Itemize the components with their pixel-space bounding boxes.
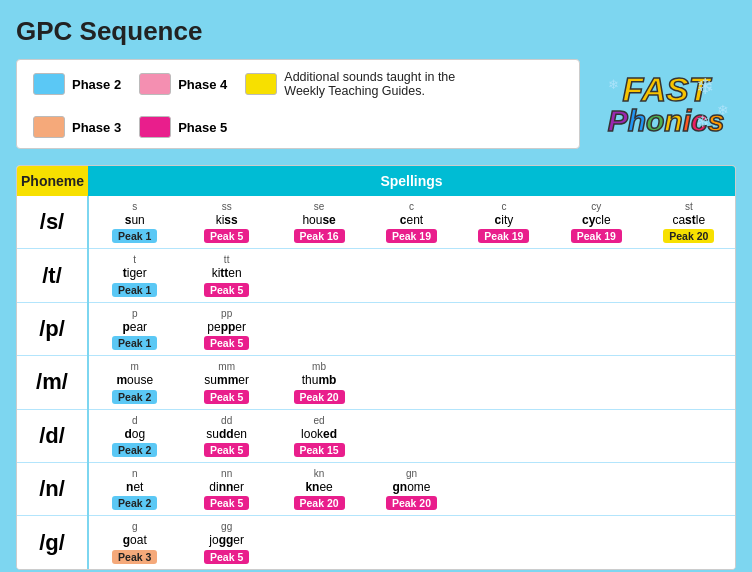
peak-badge: Peak 20 [294, 496, 345, 510]
peak-badge: Peak 5 [204, 390, 249, 404]
spell-sub: ed [276, 415, 362, 426]
table-row: /s/ssunPeak 1sskissPeak 5sehousePeak 16c… [17, 196, 735, 249]
spelling-cell: ssunPeak 1 [88, 196, 180, 249]
spelling-cell: sskissPeak 5 [180, 196, 272, 249]
snowflake-icon-2: ❄ [717, 102, 729, 118]
phoneme-col-header: Phoneme [17, 166, 88, 196]
spell-sub: t [92, 254, 177, 265]
spelling-cell: ttigerPeak 1 [88, 249, 180, 302]
peak-badge: Peak 19 [571, 229, 622, 243]
additional-label: Additional sounds taught in the Weekly T… [284, 70, 474, 98]
peak-badge: Peak 5 [204, 496, 249, 510]
spelling-cell [458, 356, 550, 409]
peak-badge: Peak 5 [204, 229, 249, 243]
spell-sub: dd [183, 415, 269, 426]
spell-sub: pp [183, 308, 269, 319]
spelling-cell [273, 249, 365, 302]
peak-badge: Peak 19 [386, 229, 437, 243]
peak-badge: Peak 3 [112, 550, 157, 564]
spelling-cell [273, 516, 365, 569]
spell-sub: mm [183, 361, 269, 372]
spelling-cell [458, 302, 550, 355]
peak-badge: Peak 15 [294, 443, 345, 457]
phoneme-cell: /d/ [17, 409, 88, 462]
spelling-cell: ccentPeak 19 [365, 196, 457, 249]
spelling-cell: ggoatPeak 3 [88, 516, 180, 569]
logo-container: ❄ ❄ ❄ ❄ FAST Phonics [608, 72, 725, 136]
spell-sub: n [92, 468, 177, 479]
spell-sub: se [276, 201, 362, 212]
spelling-cell [365, 302, 457, 355]
table-row: /g/ggoatPeak 3ggjoggerPeak 5 [17, 516, 735, 569]
spelling-cell [550, 516, 642, 569]
phoneme-cell: /n/ [17, 462, 88, 515]
spelling-cell [643, 249, 735, 302]
spell-sub: s [92, 201, 177, 212]
spell-sub: gg [183, 521, 269, 532]
gpc-table-wrapper: Phoneme Spellings /s/ssunPeak 1sskissPea… [16, 165, 736, 570]
peak-badge: Peak 2 [112, 390, 157, 404]
spelling-cell [550, 409, 642, 462]
phase3-label: Phase 3 [72, 120, 121, 135]
spelling-cell [643, 462, 735, 515]
legend-phase3: Phase 3 [33, 116, 121, 138]
spelling-cell [458, 409, 550, 462]
spelling-cell [458, 516, 550, 569]
spell-sub: tt [183, 254, 269, 265]
spelling-cell [458, 249, 550, 302]
spelling-cell: ttkittenPeak 5 [180, 249, 272, 302]
peak-badge: Peak 5 [204, 443, 249, 457]
phoneme-cell: /s/ [17, 196, 88, 249]
peak-badge: Peak 5 [204, 283, 249, 297]
peak-badge: Peak 2 [112, 496, 157, 510]
table-row: /m/mmousePeak 2mmsummerPeak 5mbthumbPeak… [17, 356, 735, 409]
table-row: /t/ttigerPeak 1ttkittenPeak 5 [17, 249, 735, 302]
spelling-cell: edlookedPeak 15 [273, 409, 365, 462]
spelling-cell: knkneePeak 20 [273, 462, 365, 515]
peak-badge: Peak 1 [112, 283, 157, 297]
additional-swatch [245, 73, 277, 95]
spelling-cell [365, 356, 457, 409]
phase2-label: Phase 2 [72, 77, 121, 92]
legend-phase2: Phase 2 [33, 73, 121, 95]
spell-sub: gn [368, 468, 454, 479]
spelling-cell [458, 462, 550, 515]
peak-badge: Peak 20 [386, 496, 437, 510]
spelling-cell: stcastlePeak 20 [643, 196, 735, 249]
peak-badge: Peak 19 [478, 229, 529, 243]
phase4-label: Phase 4 [178, 77, 227, 92]
peak-badge: Peak 16 [294, 229, 345, 243]
spelling-cell: sehousePeak 16 [273, 196, 365, 249]
spelling-cell: nnetPeak 2 [88, 462, 180, 515]
peak-badge: Peak 20 [663, 229, 714, 243]
peak-badge: Peak 1 [112, 336, 157, 350]
snowflake-icon-1: ❄ [696, 74, 714, 100]
snowflake-icon-3: ❄ [696, 112, 709, 131]
page-title: GPC Sequence [16, 16, 736, 47]
phase2-swatch [33, 73, 65, 95]
spelling-cell: mmsummerPeak 5 [180, 356, 272, 409]
spelling-cell: nndinnerPeak 5 [180, 462, 272, 515]
spelling-cell: mbthumbPeak 20 [273, 356, 365, 409]
spelling-cell: ggjoggerPeak 5 [180, 516, 272, 569]
legend-additional: Additional sounds taught in the Weekly T… [245, 70, 474, 98]
peak-badge: Peak 20 [294, 390, 345, 404]
phase4-swatch [139, 73, 171, 95]
spelling-cell: ppearPeak 1 [88, 302, 180, 355]
peak-badge: Peak 2 [112, 443, 157, 457]
spelling-cell [365, 249, 457, 302]
spell-sub: mb [276, 361, 362, 372]
legend-phase5: Phase 5 [139, 116, 227, 138]
phase3-swatch [33, 116, 65, 138]
phoneme-cell: /g/ [17, 516, 88, 569]
legend-box: Phase 2 Phase 4 Additional sounds taught… [16, 59, 580, 149]
spelling-cell: cycyclePeak 19 [550, 196, 642, 249]
spelling-cell [365, 409, 457, 462]
snowflake-icon-4: ❄ [608, 77, 619, 92]
logo-area: ❄ ❄ ❄ ❄ FAST Phonics [596, 59, 736, 149]
spell-sub: m [92, 361, 177, 372]
spellings-col-header: Spellings [88, 166, 735, 196]
spell-sub: c [368, 201, 454, 212]
spelling-cell: ddogPeak 2 [88, 409, 180, 462]
phoneme-cell: /p/ [17, 302, 88, 355]
